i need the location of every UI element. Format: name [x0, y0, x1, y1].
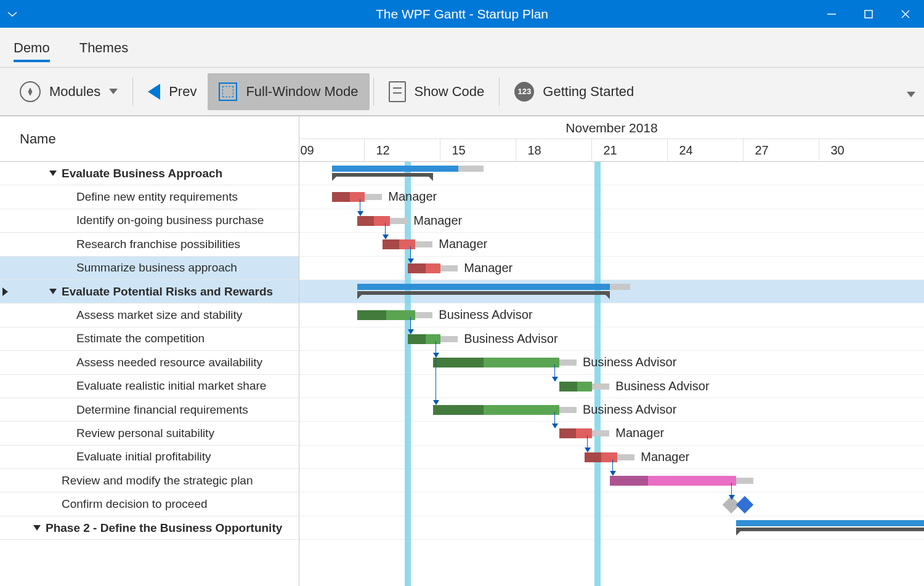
task-name: Assess needed resource availability [76, 356, 262, 369]
getting-started-button[interactable]: 123 Getting Started [503, 73, 645, 110]
triangle-left-icon [148, 84, 160, 100]
task-row[interactable]: Summarize business approach [0, 257, 299, 280]
task-row[interactable]: Assess market size and stability [0, 303, 299, 327]
resource-label: Manager [413, 214, 462, 228]
toolbar-overflow-icon[interactable] [907, 92, 915, 97]
summary-bar[interactable] [357, 284, 610, 297]
task-list-pane: Name Evaluate Business ApproachDefine ne… [0, 116, 299, 586]
task-bar[interactable] [357, 310, 415, 320]
task-bar-trail [559, 407, 577, 413]
task-name: Evaluate Business Approach [62, 167, 222, 180]
window-title: The WPF Gantt - Startup Plan [0, 7, 924, 22]
window-controls [813, 0, 924, 28]
expander-icon[interactable] [49, 289, 57, 294]
task-bar-trail [390, 218, 407, 224]
task-row[interactable]: Evaluate Business Approach [0, 162, 299, 185]
task-bar[interactable] [610, 476, 736, 486]
task-bar[interactable] [408, 263, 440, 273]
close-button[interactable] [887, 0, 924, 28]
chevron-down-icon [109, 89, 118, 94]
task-bar-trail [617, 454, 634, 460]
separator [132, 78, 133, 106]
full-window-mode-button[interactable]: Full-Window Mode [208, 73, 369, 110]
modules-dropdown[interactable]: Modules [9, 73, 129, 110]
task-row[interactable]: Assess needed resource availability [0, 351, 299, 374]
task-row[interactable]: Evaluate realistic initial market share [0, 375, 299, 398]
modules-label: Modules [49, 84, 100, 100]
task-row[interactable]: Determine financial requirements [0, 398, 299, 422]
task-row[interactable]: Estimate the competition [0, 327, 299, 351]
task-row[interactable]: Evaluate initial profitability [0, 446, 299, 469]
tabbar: Demo Themes [0, 28, 924, 68]
resource-label: Business Advisor [615, 379, 709, 393]
tab-demo[interactable]: Demo [14, 34, 50, 61]
day-tick: 30 [819, 139, 856, 162]
numbers-badge-icon: 123 [514, 82, 534, 102]
resource-label: Manager [464, 261, 513, 275]
timeline-marker [405, 162, 411, 586]
dependency-arrow [360, 199, 360, 215]
dependency-arrow [554, 412, 555, 428]
task-name: Phase 2 - Define the Business Opportunit… [46, 521, 282, 535]
task-bar-trail [440, 336, 458, 342]
task-bar[interactable] [433, 405, 559, 415]
expander-icon[interactable] [33, 525, 41, 531]
resource-label: Manager [641, 450, 689, 464]
task-name: Evaluate realistic initial market share [76, 379, 266, 393]
document-icon [389, 81, 406, 102]
separator [499, 78, 500, 106]
task-bar[interactable] [433, 358, 559, 367]
minimize-button[interactable] [813, 0, 850, 28]
toolbar: Modules Prev Full-Window Mode Show Code … [0, 68, 924, 116]
summary-bar[interactable] [332, 166, 458, 179]
task-row[interactable]: Phase 2 - Define the Business Opportunit… [0, 516, 299, 540]
expander-icon[interactable] [49, 171, 57, 176]
task-row[interactable]: Review and modify the strategic plan [0, 469, 299, 492]
task-name: Estimate the competition [76, 332, 205, 345]
full-window-label: Full-Window Mode [246, 84, 358, 100]
task-rows: Evaluate Business ApproachDefine new ent… [0, 162, 299, 586]
task-name: Determine financial requirements [76, 403, 248, 417]
dependency-arrow [731, 483, 732, 499]
titlebar: The WPF Gantt - Startup Plan [0, 0, 924, 28]
show-code-button[interactable]: Show Code [378, 73, 496, 110]
task-name: Review and modify the strategic plan [62, 474, 253, 488]
resource-label: Manager [388, 190, 437, 204]
tab-themes[interactable]: Themes [79, 34, 128, 61]
summary-bar[interactable] [736, 520, 924, 534]
column-header-name[interactable]: Name [0, 116, 299, 162]
dependency-arrow [385, 223, 386, 239]
app-menu-caret-icon[interactable] [0, 9, 25, 20]
task-bar-trail [736, 478, 753, 484]
prev-label: Prev [169, 84, 197, 100]
task-bar-trail [592, 430, 609, 436]
timeline-pane[interactable]: November 2018 0912151821242730 ManagerMa… [299, 116, 924, 586]
resource-label: Business Advisor [439, 308, 532, 322]
day-ticks: 0912151821242730 [299, 139, 924, 162]
svg-marker-4 [28, 88, 32, 95]
task-bar-trail [440, 265, 458, 271]
task-row[interactable]: Confirm decision to proceed [0, 492, 299, 516]
resource-label: Business Advisor [583, 355, 676, 369]
task-row[interactable]: Evaluate Potential Risks and Rewards [0, 280, 299, 303]
prev-button[interactable]: Prev [137, 73, 208, 110]
resource-label: Business Advisor [583, 403, 676, 417]
task-bar[interactable] [559, 382, 592, 391]
task-row[interactable]: Identify on-going business purchase [0, 209, 299, 233]
fullscreen-icon [219, 82, 237, 101]
task-row[interactable]: Review personal suitability [0, 422, 299, 445]
task-row[interactable]: Research franchise possibilities [0, 233, 299, 256]
task-name: Research franchise possibilities [76, 238, 240, 251]
maximize-button[interactable] [850, 0, 887, 28]
chart-body[interactable]: ManagerManagerManagerManagerBusiness Adv… [299, 162, 924, 586]
task-name: Define new entity requirements [76, 190, 238, 204]
day-tick: 24 [667, 139, 704, 162]
dependency-arrow [410, 317, 411, 333]
compass-icon [20, 81, 41, 102]
task-name: Summarize business approach [76, 261, 237, 275]
task-bar-trail [365, 194, 382, 200]
task-name: Confirm decision to proceed [62, 497, 208, 511]
dependency-arrow [436, 341, 436, 404]
task-row[interactable]: Define new entity requirements [0, 185, 299, 209]
day-tick: 21 [591, 139, 628, 162]
